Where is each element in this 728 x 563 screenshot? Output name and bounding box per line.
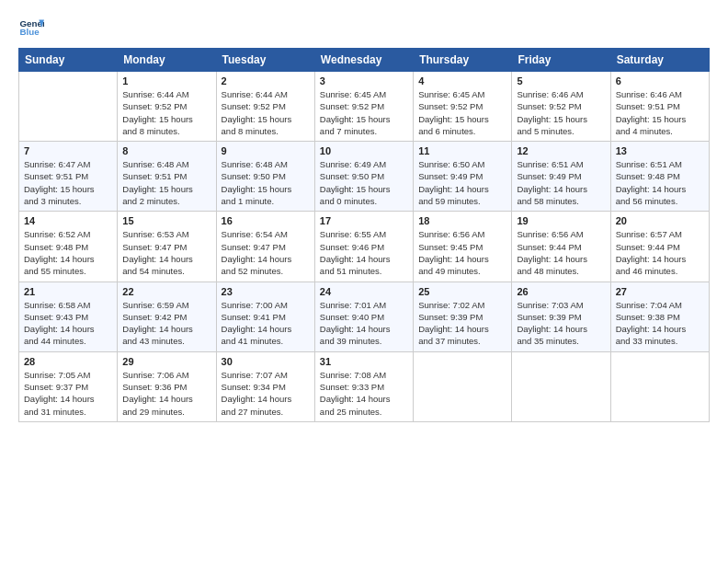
calendar-cell [19, 72, 118, 142]
day-info: Sunrise: 6:47 AMSunset: 9:51 PMDaylight:… [24, 158, 112, 207]
calendar-cell: 17Sunrise: 6:55 AMSunset: 9:46 PMDayligh… [314, 212, 413, 282]
svg-text:Blue: Blue [19, 27, 40, 37]
calendar-cell: 2Sunrise: 6:44 AMSunset: 9:52 PMDaylight… [216, 72, 314, 142]
day-of-week-wednesday: Wednesday [314, 49, 413, 72]
calendar-cell: 15Sunrise: 6:53 AMSunset: 9:47 PMDayligh… [118, 212, 216, 282]
day-info: Sunrise: 6:51 AMSunset: 9:48 PMDaylight:… [616, 158, 704, 207]
calendar-cell: 14Sunrise: 6:52 AMSunset: 9:48 PMDayligh… [19, 212, 118, 282]
calendar-cell: 10Sunrise: 6:49 AMSunset: 9:50 PMDayligh… [314, 142, 413, 212]
day-info: Sunrise: 6:55 AMSunset: 9:46 PMDaylight:… [320, 228, 408, 277]
calendar-cell: 8Sunrise: 6:48 AMSunset: 9:51 PMDaylight… [118, 142, 216, 212]
day-info: Sunrise: 6:51 AMSunset: 9:49 PMDaylight:… [517, 158, 605, 207]
day-info: Sunrise: 7:03 AMSunset: 9:39 PMDaylight:… [517, 299, 605, 348]
calendar-cell: 5Sunrise: 6:46 AMSunset: 9:52 PMDaylight… [512, 72, 610, 142]
calendar-cell: 19Sunrise: 6:56 AMSunset: 9:44 PMDayligh… [512, 212, 610, 282]
calendar-cell: 31Sunrise: 7:08 AMSunset: 9:33 PMDayligh… [314, 351, 413, 421]
day-number: 15 [122, 215, 210, 226]
calendar-cell: 25Sunrise: 7:02 AMSunset: 9:39 PMDayligh… [414, 282, 512, 351]
calendar-week-5: 28Sunrise: 7:05 AMSunset: 9:37 PMDayligh… [19, 351, 710, 421]
calendar-cell: 12Sunrise: 6:51 AMSunset: 9:49 PMDayligh… [512, 142, 610, 212]
day-info: Sunrise: 6:45 AMSunset: 9:52 PMDaylight:… [418, 88, 506, 137]
calendar-cell [414, 351, 512, 421]
day-number: 21 [24, 286, 112, 297]
day-number: 29 [122, 356, 210, 367]
day-number: 8 [122, 145, 210, 156]
day-info: Sunrise: 6:58 AMSunset: 9:43 PMDaylight:… [24, 299, 112, 348]
day-number: 4 [418, 75, 506, 86]
day-number: 19 [517, 215, 605, 226]
day-info: Sunrise: 6:53 AMSunset: 9:47 PMDaylight:… [122, 228, 210, 277]
calendar-cell: 22Sunrise: 6:59 AMSunset: 9:42 PMDayligh… [118, 282, 216, 351]
day-info: Sunrise: 7:01 AMSunset: 9:40 PMDaylight:… [320, 299, 408, 348]
day-info: Sunrise: 7:08 AMSunset: 9:33 PMDaylight:… [320, 369, 408, 418]
day-number: 16 [222, 215, 310, 226]
day-number: 25 [418, 286, 506, 297]
day-info: Sunrise: 7:07 AMSunset: 9:34 PMDaylight:… [222, 369, 310, 418]
day-number: 22 [122, 286, 210, 297]
day-number: 14 [24, 215, 112, 226]
day-number: 24 [320, 286, 408, 297]
calendar-cell: 16Sunrise: 6:54 AMSunset: 9:47 PMDayligh… [216, 212, 314, 282]
day-info: Sunrise: 6:59 AMSunset: 9:42 PMDaylight:… [122, 299, 210, 348]
day-number: 18 [418, 215, 506, 226]
calendar-cell: 26Sunrise: 7:03 AMSunset: 9:39 PMDayligh… [512, 282, 610, 351]
day-number: 13 [616, 145, 704, 156]
page-header: General Blue [18, 15, 710, 40]
day-number: 27 [616, 286, 704, 297]
calendar-cell: 23Sunrise: 7:00 AMSunset: 9:41 PMDayligh… [216, 282, 314, 351]
day-number: 5 [517, 75, 605, 86]
calendar-cell: 24Sunrise: 7:01 AMSunset: 9:40 PMDayligh… [314, 282, 413, 351]
day-number: 11 [418, 145, 506, 156]
calendar-week-4: 21Sunrise: 6:58 AMSunset: 9:43 PMDayligh… [19, 282, 710, 351]
day-info: Sunrise: 7:04 AMSunset: 9:38 PMDaylight:… [616, 299, 704, 348]
day-number: 6 [616, 75, 704, 86]
day-of-week-header: SundayMondayTuesdayWednesdayThursdayFrid… [19, 49, 710, 72]
day-number: 3 [320, 75, 408, 86]
calendar-table: SundayMondayTuesdayWednesdayThursdayFrid… [18, 48, 710, 422]
calendar-cell: 21Sunrise: 6:58 AMSunset: 9:43 PMDayligh… [19, 282, 118, 351]
day-info: Sunrise: 6:46 AMSunset: 9:52 PMDaylight:… [517, 88, 605, 137]
day-number: 2 [222, 75, 310, 86]
day-of-week-monday: Monday [118, 49, 216, 72]
day-info: Sunrise: 7:00 AMSunset: 9:41 PMDaylight:… [222, 299, 310, 348]
calendar-week-1: 1Sunrise: 6:44 AMSunset: 9:52 PMDaylight… [19, 72, 710, 142]
day-number: 1 [122, 75, 210, 86]
day-number: 7 [24, 145, 112, 156]
day-number: 30 [222, 356, 310, 367]
day-info: Sunrise: 6:44 AMSunset: 9:52 PMDaylight:… [122, 88, 210, 137]
day-number: 23 [222, 286, 310, 297]
day-number: 9 [222, 145, 310, 156]
day-info: Sunrise: 6:48 AMSunset: 9:50 PMDaylight:… [222, 158, 310, 207]
calendar-cell [512, 351, 610, 421]
day-info: Sunrise: 7:05 AMSunset: 9:37 PMDaylight:… [24, 369, 112, 418]
day-number: 31 [320, 356, 408, 367]
calendar-cell: 13Sunrise: 6:51 AMSunset: 9:48 PMDayligh… [610, 142, 709, 212]
day-of-week-friday: Friday [512, 49, 610, 72]
day-number: 17 [320, 215, 408, 226]
day-of-week-saturday: Saturday [610, 49, 709, 72]
day-info: Sunrise: 6:54 AMSunset: 9:47 PMDaylight:… [222, 228, 310, 277]
day-info: Sunrise: 6:45 AMSunset: 9:52 PMDaylight:… [320, 88, 408, 137]
calendar-cell: 6Sunrise: 6:46 AMSunset: 9:51 PMDaylight… [610, 72, 709, 142]
day-number: 10 [320, 145, 408, 156]
calendar-cell: 18Sunrise: 6:56 AMSunset: 9:45 PMDayligh… [414, 212, 512, 282]
day-info: Sunrise: 6:52 AMSunset: 9:48 PMDaylight:… [24, 228, 112, 277]
calendar-cell: 7Sunrise: 6:47 AMSunset: 9:51 PMDaylight… [19, 142, 118, 212]
calendar-cell: 27Sunrise: 7:04 AMSunset: 9:38 PMDayligh… [610, 282, 709, 351]
day-info: Sunrise: 7:06 AMSunset: 9:36 PMDaylight:… [122, 369, 210, 418]
calendar-week-3: 14Sunrise: 6:52 AMSunset: 9:48 PMDayligh… [19, 212, 710, 282]
logo: General Blue [18, 15, 44, 40]
day-info: Sunrise: 6:57 AMSunset: 9:44 PMDaylight:… [616, 228, 704, 277]
calendar-cell: 3Sunrise: 6:45 AMSunset: 9:52 PMDaylight… [314, 72, 413, 142]
calendar-cell: 9Sunrise: 6:48 AMSunset: 9:50 PMDaylight… [216, 142, 314, 212]
day-info: Sunrise: 6:44 AMSunset: 9:52 PMDaylight:… [222, 88, 310, 137]
calendar-cell: 1Sunrise: 6:44 AMSunset: 9:52 PMDaylight… [118, 72, 216, 142]
calendar-cell: 29Sunrise: 7:06 AMSunset: 9:36 PMDayligh… [118, 351, 216, 421]
logo-icon: General Blue [18, 15, 44, 40]
calendar-body: 1Sunrise: 6:44 AMSunset: 9:52 PMDaylight… [19, 72, 710, 422]
day-number: 12 [517, 145, 605, 156]
day-info: Sunrise: 6:50 AMSunset: 9:49 PMDaylight:… [418, 158, 506, 207]
day-info: Sunrise: 6:49 AMSunset: 9:50 PMDaylight:… [320, 158, 408, 207]
day-number: 20 [616, 215, 704, 226]
calendar-cell: 4Sunrise: 6:45 AMSunset: 9:52 PMDaylight… [414, 72, 512, 142]
